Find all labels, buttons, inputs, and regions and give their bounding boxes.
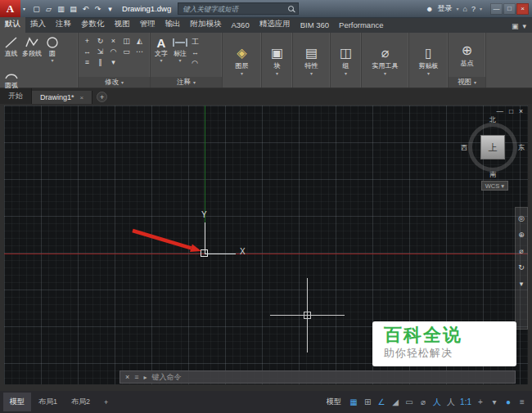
search-input[interactable]: [183, 5, 284, 13]
viewcube-west-label[interactable]: 西: [461, 143, 467, 152]
layers-button[interactable]: ◈ 图层 ▾: [223, 33, 261, 88]
modify-more-icon[interactable]: ⋯: [134, 47, 145, 56]
viewcube-top-face[interactable]: 上: [480, 135, 505, 159]
basepoint-button[interactable]: ⊕ 基点: [449, 33, 485, 77]
add-layout-button[interactable]: +: [97, 394, 115, 411]
workspace-switch-icon[interactable]: +: [474, 395, 487, 410]
qat-new-icon[interactable]: ▢: [31, 5, 42, 13]
ribbon-collapse-icon[interactable]: ▾: [522, 22, 526, 30]
ribbon-tab-view[interactable]: 视图: [110, 17, 135, 33]
user-icon[interactable]: ☻: [426, 5, 433, 13]
qat-plot-icon[interactable]: ▤: [68, 5, 79, 13]
wcs-menu[interactable]: WCS ▾: [481, 181, 508, 191]
utilities-button[interactable]: ⌀ 实用工具 ▾: [362, 33, 408, 88]
search-icon[interactable]: [288, 6, 294, 11]
ribbon-tab-home[interactable]: 默认: [0, 17, 25, 33]
viewcube-east-label[interactable]: 东: [518, 143, 525, 152]
object-snap-icon[interactable]: ▭: [403, 395, 416, 410]
arc-dim-icon[interactable]: ◠: [192, 58, 199, 68]
qat-save-icon[interactable]: ▥: [56, 5, 66, 13]
customization-menu-icon[interactable]: ≡: [516, 395, 529, 410]
group-button[interactable]: ◫ 组 ▾: [331, 33, 361, 88]
lineweight-icon[interactable]: ⌀: [417, 395, 430, 410]
modify-panel-footer[interactable]: 修改 ▾: [79, 77, 150, 88]
trim-icon[interactable]: ×: [108, 36, 119, 46]
grid-toggle-icon[interactable]: ▦: [347, 395, 360, 410]
layout2-tab[interactable]: 布局2: [65, 393, 97, 411]
model-tab[interactable]: 模型: [3, 393, 31, 411]
dimension-tool[interactable]: 标注 ▾: [171, 34, 189, 64]
drawing-restore-icon[interactable]: □: [509, 107, 513, 115]
new-drawing-tab-button[interactable]: +: [97, 92, 107, 102]
qat-open-icon[interactable]: ▱: [43, 5, 54, 13]
signin-label[interactable]: 登录: [438, 3, 453, 14]
ribbon-tools-icon[interactable]: ▣: [512, 22, 519, 30]
text-tool[interactable]: A 文字 ▾: [154, 34, 169, 64]
drawing-canvas[interactable]: Y X — □ × 上 北 南 西 东 WCS ▾: [4, 105, 528, 384]
block-button[interactable]: ▣ 块 ▾: [262, 33, 292, 88]
qat-undo-icon[interactable]: ↶: [80, 5, 91, 13]
autoscale-icon[interactable]: 人: [444, 395, 458, 410]
move-icon[interactable]: +: [82, 36, 92, 46]
drawing1-tab[interactable]: Drawing1* ×: [32, 91, 92, 104]
viewcube-north-label[interactable]: 北: [489, 115, 496, 124]
array-icon[interactable]: ▭: [121, 47, 132, 56]
status-dropdown-icon[interactable]: ▾: [488, 395, 501, 410]
ribbon-tab-addins[interactable]: 附加模块: [186, 17, 227, 33]
command-customize-icon[interactable]: ≡: [134, 373, 138, 381]
mirror-icon[interactable]: ◭: [134, 36, 145, 46]
clipboard-button[interactable]: ▯ 剪贴板 ▾: [409, 33, 448, 88]
ribbon-tab-a360[interactable]: A360: [227, 19, 255, 33]
nav-wheel-icon[interactable]: ◎: [518, 214, 525, 222]
minimize-button[interactable]: —: [490, 3, 503, 15]
copy-icon[interactable]: ◫: [121, 36, 132, 46]
circle-tool[interactable]: 圆 ▾: [45, 34, 60, 64]
leader-icon[interactable]: 工: [192, 37, 199, 47]
app-menu-arrow-icon[interactable]: ▾: [20, 6, 28, 11]
rotate-icon[interactable]: ↻: [95, 36, 106, 46]
linear-dim-icon[interactable]: ↔: [192, 47, 199, 57]
drawing-minimize-icon[interactable]: —: [496, 107, 503, 115]
tab-close-icon[interactable]: ×: [80, 94, 84, 101]
command-line[interactable]: × ≡ ▸ 键入命令: [119, 370, 516, 384]
ribbon-tab-bim360[interactable]: BIM 360: [295, 19, 334, 33]
viewcube-south-label[interactable]: 南: [489, 170, 496, 179]
a360-home-icon[interactable]: ⌂: [463, 5, 467, 13]
model-space-button[interactable]: 模型: [322, 394, 346, 410]
maximize-button[interactable]: □: [503, 3, 516, 15]
properties-button[interactable]: ▤ 特性 ▾: [293, 33, 330, 88]
ribbon-tab-featured-apps[interactable]: 精选应用: [255, 17, 295, 33]
layout1-tab[interactable]: 布局1: [32, 393, 64, 411]
fillet-icon[interactable]: ◠: [108, 47, 119, 56]
scale-icon[interactable]: ⇲: [95, 47, 106, 56]
ribbon-tab-parametric[interactable]: 参数化: [76, 17, 110, 33]
command-prompt[interactable]: 键入命令: [152, 372, 182, 383]
snap-toggle-icon[interactable]: ⊞: [361, 395, 374, 410]
quick-properties-icon[interactable]: ●: [502, 395, 515, 410]
pan-icon[interactable]: ⊕: [518, 231, 525, 239]
command-close-icon[interactable]: ×: [125, 373, 129, 381]
annotation-panel-footer[interactable]: 注释 ▾: [151, 77, 222, 88]
zoom-icon[interactable]: ⌀: [519, 247, 523, 255]
viewcube[interactable]: 上 北 南 西 东: [462, 117, 523, 177]
text-dropdown-icon[interactable]: ▾: [160, 58, 162, 63]
polyline-tool[interactable]: 多段线: [21, 34, 43, 59]
orbit-icon[interactable]: ↻: [518, 263, 525, 272]
command-recent-icon[interactable]: ▸: [144, 374, 147, 381]
circle-dropdown-icon[interactable]: ▾: [51, 58, 53, 63]
view-panel-footer[interactable]: 视图 ▾: [449, 77, 485, 88]
ribbon-tab-output[interactable]: 输出: [160, 17, 186, 33]
dimension-dropdown-icon[interactable]: ▾: [178, 58, 181, 63]
signin-arrow-icon[interactable]: ▾: [457, 7, 459, 11]
qat-redo-icon[interactable]: ↷: [92, 5, 103, 13]
stretch-icon[interactable]: ↔: [82, 47, 92, 56]
modify-dropdown-icon[interactable]: ▾: [108, 57, 119, 67]
annotation-visibility-icon[interactable]: 人: [431, 395, 444, 410]
ribbon-tab-performance[interactable]: Performance: [334, 19, 388, 33]
help-arrow-icon[interactable]: ▾: [480, 7, 482, 11]
drawing-close-icon[interactable]: ×: [519, 107, 523, 115]
line-tool[interactable]: 直线: [3, 34, 19, 59]
help-icon[interactable]: ?: [471, 5, 476, 13]
navbar-more-icon[interactable]: ▾: [520, 280, 524, 288]
app-menu-button[interactable]: A: [0, 0, 20, 18]
